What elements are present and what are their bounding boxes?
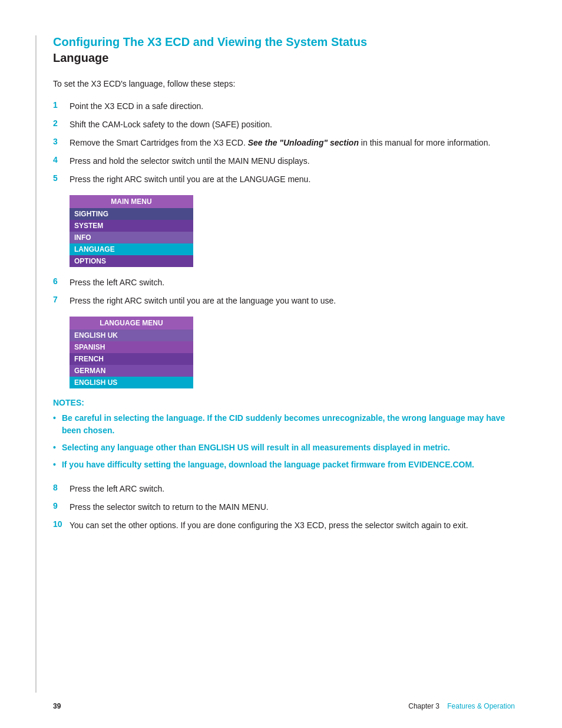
chapter-label-text: Chapter 3 xyxy=(408,702,439,710)
intro-text: To set the X3 ECD's language, follow the… xyxy=(53,79,515,88)
section-title: Configuring The X3 ECD and Viewing the S… xyxy=(53,35,515,49)
note-3: If you have difficulty setting the langu… xyxy=(53,459,515,471)
step-number-1: 1 xyxy=(53,100,70,110)
lang-menu-header: LANGUAGE MENU xyxy=(70,317,193,330)
lang-german: GERMAN xyxy=(70,365,193,377)
step-number-6: 6 xyxy=(53,276,70,286)
step-6: 6 Press the left ARC switch. xyxy=(53,276,515,289)
notes-header: NOTES: xyxy=(53,398,515,407)
main-menu-system-row: SYSTEM xyxy=(70,220,193,232)
step-text-6: Press the left ARC switch. xyxy=(70,276,515,289)
step-2: 2 Shift the CAM-Lock safety to the down … xyxy=(53,118,515,131)
lang-english-uk-row: ENGLISH UK xyxy=(70,330,193,341)
step-7: 7 Press the right ARC switch until you a… xyxy=(53,295,515,307)
main-menu-language-row: LANGUAGE xyxy=(70,243,193,255)
step-number-8: 8 xyxy=(53,483,70,492)
note-text-1: Be careful in selecting the language. If… xyxy=(62,412,515,437)
left-border-decoration xyxy=(35,35,37,693)
step-number-7: 7 xyxy=(53,295,70,304)
note-1: Be careful in selecting the language. If… xyxy=(53,412,515,437)
lang-german-row: GERMAN xyxy=(70,365,193,377)
step-10: 10 You can set the other options. If you… xyxy=(53,519,515,532)
step-number-2: 2 xyxy=(53,118,70,128)
steps-list-after-menu: 6 Press the left ARC switch. 7 Press the… xyxy=(53,276,515,307)
step-4: 4 Press and hold the selector switch unt… xyxy=(53,155,515,167)
note-2: Selecting any language other than ENGLIS… xyxy=(53,442,515,454)
note-text-3: If you have difficulty setting the langu… xyxy=(62,459,474,471)
main-menu-sighting: SIGHTING xyxy=(70,208,193,220)
lang-spanish-row: SPANISH xyxy=(70,341,193,353)
step-text-8: Press the left ARC switch. xyxy=(70,483,515,495)
notes-section: NOTES: Be careful in selecting the langu… xyxy=(53,398,515,471)
notes-list: Be careful in selecting the language. If… xyxy=(53,412,515,471)
main-menu-system: SYSTEM xyxy=(70,220,193,232)
main-menu-header-row: MAIN MENU xyxy=(70,195,193,208)
main-menu-header: MAIN MENU xyxy=(70,195,193,208)
lang-spanish: SPANISH xyxy=(70,341,193,353)
footer-chapter-title: Features & Operation xyxy=(447,702,515,710)
steps-list: 1 Point the X3 ECD in a safe direction. … xyxy=(53,100,515,186)
step-number-4: 4 xyxy=(53,155,70,164)
step-text-2: Shift the CAM-Lock safety to the down (S… xyxy=(70,118,515,131)
final-steps-list: 8 Press the left ARC switch. 9 Press the… xyxy=(53,483,515,532)
step-9: 9 Press the selector switch to return to… xyxy=(53,501,515,513)
lang-english-us-row: ENGLISH US xyxy=(70,377,193,388)
lang-menu-header-row: LANGUAGE MENU xyxy=(70,317,193,330)
step-number-9: 9 xyxy=(53,501,70,510)
main-menu-info-row: INFO xyxy=(70,232,193,243)
main-menu-info: INFO xyxy=(70,232,193,243)
footer-page-number: 39 xyxy=(53,702,61,710)
step-number-3: 3 xyxy=(53,137,70,146)
step-5: 5 Press the right ARC switch until you a… xyxy=(53,173,515,186)
main-menu-options: OPTIONS xyxy=(70,255,193,267)
main-menu-language: LANGUAGE xyxy=(70,243,193,255)
language-menu-table: LANGUAGE MENU ENGLISH UK SPANISH FRENCH … xyxy=(70,317,193,388)
page-footer: 39 Chapter 3 Features & Operation xyxy=(0,702,562,710)
footer-chapter-label: Chapter 3 Features & Operation xyxy=(408,702,515,710)
step-number-5: 5 xyxy=(53,173,70,183)
main-menu-sighting-row: SIGHTING xyxy=(70,208,193,220)
step-8: 8 Press the left ARC switch. xyxy=(53,483,515,495)
step-3: 3 Remove the Smart Cartridges from the X… xyxy=(53,137,515,149)
main-menu-table: MAIN MENU SIGHTING SYSTEM INFO LANGUAGE … xyxy=(70,195,193,267)
step-text-10: You can set the other options. If you ar… xyxy=(70,519,515,532)
lang-english-uk: ENGLISH UK xyxy=(70,330,193,341)
step-text-1: Point the X3 ECD in a safe direction. xyxy=(70,100,515,113)
lang-english-us: ENGLISH US xyxy=(70,377,193,388)
step-text-9: Press the selector switch to return to t… xyxy=(70,501,515,513)
step-text-3: Remove the Smart Cartridges from the X3 … xyxy=(70,137,515,149)
page-content: Configuring The X3 ECD and Viewing the S… xyxy=(0,0,562,728)
step-text-5: Press the right ARC switch until you are… xyxy=(70,173,515,186)
step-number-10: 10 xyxy=(53,519,70,529)
lang-french: FRENCH xyxy=(70,353,193,365)
note-text-2: Selecting any language other than ENGLIS… xyxy=(62,442,450,454)
step-text-4: Press and hold the selector switch until… xyxy=(70,155,515,167)
step-text-7: Press the right ARC switch until you are… xyxy=(70,295,515,307)
section-subtitle: Language xyxy=(53,51,515,65)
main-menu-options-row: OPTIONS xyxy=(70,255,193,267)
lang-french-row: FRENCH xyxy=(70,353,193,365)
step-1: 1 Point the X3 ECD in a safe direction. xyxy=(53,100,515,113)
